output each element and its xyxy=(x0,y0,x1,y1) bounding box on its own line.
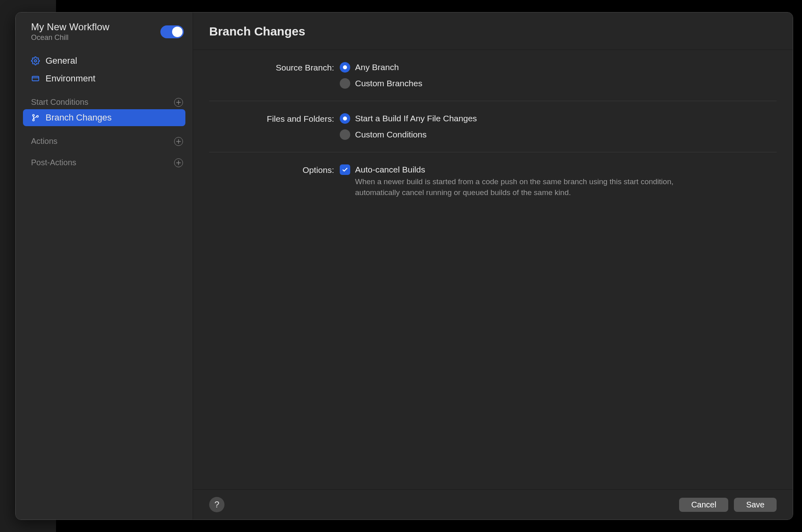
workflow-subtitle: Ocean Chill xyxy=(31,33,110,42)
help-button[interactable]: ? xyxy=(209,497,224,512)
sidebar-header-text: My New Workflow Ocean Chill xyxy=(31,21,110,42)
form-label-col: Files and Folders: xyxy=(209,113,334,140)
sidebar-item-environment[interactable]: Environment xyxy=(23,70,185,87)
form-control-col: Auto-cancel Builds When a newer build is… xyxy=(340,164,777,198)
radio-row-custom-branches[interactable]: Custom Branches xyxy=(340,78,777,89)
gear-icon xyxy=(31,56,40,65)
main-panel: Branch Changes Source Branch: Any Branch… xyxy=(193,12,793,520)
radio-any-branch[interactable] xyxy=(340,62,350,73)
svg-point-0 xyxy=(34,60,37,62)
form-label-col: Source Branch: xyxy=(209,62,334,89)
main-content: Source Branch: Any Branch Custom Branche… xyxy=(193,50,793,489)
section-header-post-actions: Post-Actions xyxy=(16,152,193,170)
workflow-enabled-toggle[interactable] xyxy=(160,25,184,38)
main-footer: ? Cancel Save xyxy=(193,489,793,520)
radio-label: Custom Conditions xyxy=(355,129,426,140)
check-label: Auto-cancel Builds xyxy=(355,164,710,175)
svg-rect-1 xyxy=(32,77,39,81)
sidebar-header: My New Workflow Ocean Chill xyxy=(16,21,193,49)
section-header-start-conditions: Start Conditions xyxy=(16,91,193,109)
workflow-title: My New Workflow xyxy=(31,21,110,33)
sidebar: My New Workflow Ocean Chill General xyxy=(16,12,193,520)
check-description: When a newer build is started from a cod… xyxy=(355,177,710,198)
svg-point-3 xyxy=(33,114,34,116)
page-title: Branch Changes xyxy=(209,25,777,38)
check-text-col: Auto-cancel Builds When a newer build is… xyxy=(355,164,710,198)
form-group-options: Options: Auto-cancel Builds When a newer… xyxy=(209,152,777,210)
section-label: Actions xyxy=(31,137,58,146)
radio-label: Custom Branches xyxy=(355,78,422,89)
source-branch-label: Source Branch: xyxy=(276,63,334,72)
section-label: Post-Actions xyxy=(31,158,76,167)
sidebar-nav-list: General Environment xyxy=(16,49,193,88)
check-row-auto-cancel[interactable]: Auto-cancel Builds When a newer build is… xyxy=(340,164,777,198)
cancel-button[interactable]: Cancel xyxy=(679,498,728,512)
form-control-col: Start a Build If Any File Changes Custom… xyxy=(340,113,777,140)
sidebar-item-general[interactable]: General xyxy=(23,52,185,69)
form-group-source-branch: Source Branch: Any Branch Custom Branche… xyxy=(209,50,777,101)
main-header: Branch Changes xyxy=(193,12,793,50)
add-action-button[interactable] xyxy=(174,137,183,146)
radio-any-file-changes[interactable] xyxy=(340,113,350,124)
form-label-col: Options: xyxy=(209,164,334,198)
add-start-condition-button[interactable] xyxy=(174,98,183,107)
files-folders-label: Files and Folders: xyxy=(267,114,334,123)
git-branch-icon xyxy=(31,113,40,122)
start-conditions-list: Branch Changes xyxy=(16,109,193,127)
svg-point-5 xyxy=(37,116,38,117)
form-control-col: Any Branch Custom Branches xyxy=(340,62,777,89)
workflow-editor-modal: My New Workflow Ocean Chill General xyxy=(15,12,793,520)
radio-custom-branches[interactable] xyxy=(340,78,350,89)
sidebar-item-label: General xyxy=(46,56,77,66)
footer-buttons: Cancel Save xyxy=(679,498,777,512)
radio-row-custom-conditions[interactable]: Custom Conditions xyxy=(340,129,777,140)
sidebar-item-label: Environment xyxy=(46,73,96,84)
svg-point-4 xyxy=(33,119,34,121)
checkbox-auto-cancel[interactable] xyxy=(340,164,350,175)
environment-icon xyxy=(31,74,40,83)
radio-label: Start a Build If Any File Changes xyxy=(355,113,477,124)
section-label: Start Conditions xyxy=(31,98,88,107)
radio-row-any-file[interactable]: Start a Build If Any File Changes xyxy=(340,113,777,124)
radio-custom-conditions[interactable] xyxy=(340,129,350,140)
radio-row-any-branch[interactable]: Any Branch xyxy=(340,62,777,73)
form-group-files-folders: Files and Folders: Start a Build If Any … xyxy=(209,101,777,152)
options-label: Options: xyxy=(303,165,334,175)
sidebar-item-branch-changes[interactable]: Branch Changes xyxy=(23,109,185,126)
save-button[interactable]: Save xyxy=(734,498,777,512)
add-post-action-button[interactable] xyxy=(174,158,183,167)
radio-label: Any Branch xyxy=(355,62,399,73)
sidebar-item-label: Branch Changes xyxy=(46,112,112,123)
section-header-actions: Actions xyxy=(16,130,193,148)
